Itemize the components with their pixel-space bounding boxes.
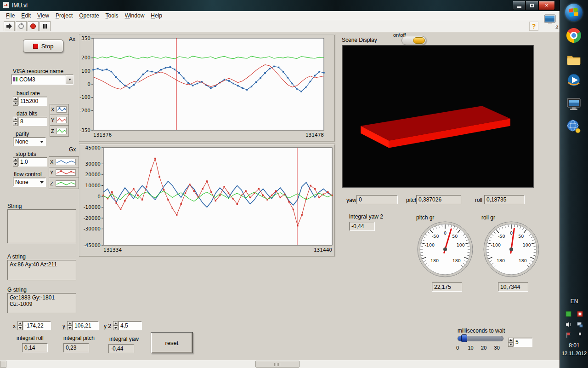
roll-gauge[interactable]: 050100180-50-100-180 [481,220,541,280]
title-bar[interactable]: IMU.vi × [0,0,560,11]
svg-text:180: 180 [452,258,461,263]
toggle-knob[interactable] [413,37,425,44]
menu-window[interactable]: Window [122,12,148,20]
y-label: y [62,323,65,329]
x-field[interactable]: -174,22 [23,321,51,330]
run-button[interactable] [4,21,15,31]
onoff-toggle[interactable] [401,36,426,45]
explorer-folder-icon[interactable] [566,52,582,67]
svg-text:-50: -50 [432,234,439,239]
svg-text:30000: 30000 [85,161,101,167]
y2-label: y 2 [104,323,111,329]
tray-green-icon[interactable] [565,311,571,318]
clock-date[interactable]: 12.11.2012 [560,351,588,356]
data-bits-field[interactable]: 8 [18,117,47,126]
svg-text:50: 50 [518,234,524,239]
run-continuous-button[interactable] [16,21,27,31]
ms-wait-field[interactable]: 5 [513,338,532,347]
data-bits-spinner[interactable] [13,117,18,126]
y-field[interactable]: 106,21 [72,321,99,330]
ax-chart[interactable]: 3502001000-100-200-350131376131478 [79,34,335,141]
tray-network-icon[interactable] [577,322,583,329]
monitor-count-badge: 2 [555,24,558,29]
menu-operate[interactable]: Operate [76,12,102,20]
baud-spinner[interactable] [13,97,18,106]
3d-scene-display[interactable] [342,45,534,188]
svg-text:0: 0 [87,81,90,87]
remote-monitor-icon[interactable]: 2 [544,14,557,28]
legend-row-y[interactable]: Y [50,115,68,126]
pitch-gauge[interactable]: 050100180-50-100-180 [415,220,475,280]
pitch-gauge-value: 22,175 [432,282,462,292]
tray-flag-icon[interactable] [565,332,571,339]
y-spinner[interactable] [67,321,72,330]
g-string-box[interactable]: Gx:1883 Gy:-1801 Gz:-1009 [7,293,76,313]
svg-text:350: 350 [81,35,90,41]
stop-bits-field[interactable]: 1.0 [18,157,47,167]
integral-yaw2-box: -0,44 [349,222,375,231]
gx-chart[interactable]: 450003000020000100000-10000-20000-30000-… [79,144,335,256]
baud-field[interactable]: 115200 [18,97,47,106]
y2-spinner[interactable] [113,321,118,330]
chrome-icon[interactable] [566,28,582,43]
svg-text:-30000: -30000 [84,226,101,231]
ms-wait-spinner[interactable] [508,338,513,347]
pause-button[interactable] [40,21,51,31]
language-indicator[interactable]: EN [560,298,588,305]
tray-speaker-icon[interactable] [565,322,571,329]
menu-file[interactable]: File [3,12,18,20]
flow-control-ring[interactable]: None [13,178,46,187]
legend-row-x[interactable]: X [50,104,68,115]
plot-area [103,148,332,245]
tray-power-icon[interactable] [577,332,583,339]
minimize-button[interactable] [513,1,526,10]
stop-bits-spinner[interactable] [13,157,18,167]
menu-edit[interactable]: Edit [18,12,34,20]
y2-field[interactable]: 4,5 [118,321,142,330]
x-spinner[interactable] [17,321,23,330]
legend-y-sample [56,169,76,176]
slider-thumb[interactable] [461,334,467,342]
stop-button[interactable]: Stop [23,40,63,52]
legend-z-sample [57,128,67,134]
clock-time[interactable]: 8:01 [560,342,588,349]
ms-wait-slider[interactable]: 0102030 [456,334,507,354]
tray-icons [562,311,586,339]
close-button[interactable]: × [538,1,555,10]
computer-icon[interactable] [566,97,582,112]
start-button[interactable] [565,4,582,21]
menu-view[interactable]: View [34,12,52,20]
media-player-icon[interactable] [566,73,582,88]
legend-row-z[interactable]: Z [49,178,79,189]
string-box[interactable] [7,209,76,243]
scrollbar-thumb[interactable] [255,361,300,368]
tray-red-icon[interactable] [577,311,583,318]
reset-button[interactable]: reset [151,332,193,353]
visa-resource-value: COM3 [18,76,35,83]
integral-pitch-box: 0,23 [63,343,89,352]
menu-tools[interactable]: Tools [102,12,122,20]
visa-resource-control[interactable]: COM3 [11,75,74,85]
maximize-button[interactable] [526,1,538,10]
ring-arrow-icon [40,141,44,143]
a-string-box[interactable]: Ax:86 Ay:40 Az:211 [7,260,76,280]
svg-text:10000: 10000 [85,183,101,188]
svg-text:100: 100 [523,242,531,247]
a-string-label: A string [7,253,26,260]
parity-label: parity [16,131,29,137]
menu-help[interactable]: Help [147,12,165,20]
legend-row-y[interactable]: Y [49,167,79,178]
horizontal-scrollbar[interactable] [0,360,560,368]
legend-row-z[interactable]: Z [50,126,68,136]
ax-plot-legend[interactable]: X Y Z [50,104,69,137]
help-button[interactable]: ? [529,22,538,31]
abort-button[interactable] [28,21,39,31]
visa-dropdown-button[interactable] [66,75,73,84]
gx-plot-legend[interactable]: X Y Z [49,156,79,189]
menu-project[interactable]: Project [52,12,76,20]
internet-globe-icon[interactable] [566,119,582,134]
svg-text:50: 50 [452,234,458,239]
ax-chart-frame: 3502001000-100-200-350131376131478 [79,34,335,142]
legend-row-x[interactable]: X [49,157,79,167]
parity-ring[interactable]: None [13,137,46,146]
